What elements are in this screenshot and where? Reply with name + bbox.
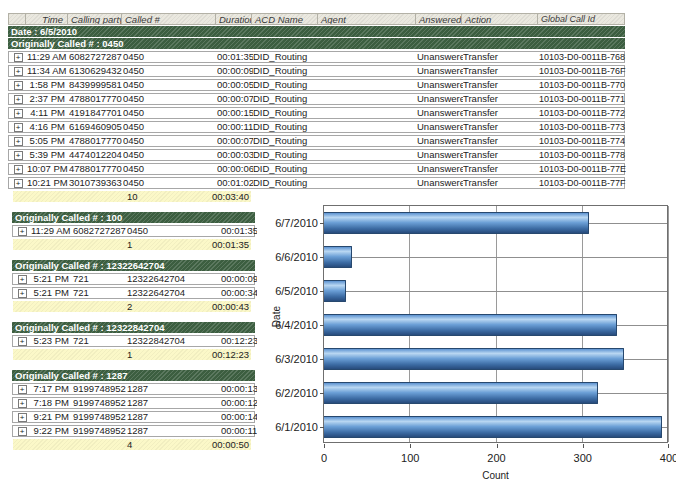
chart-gridline bbox=[324, 291, 667, 292]
cell-acd-name: DID_Routing bbox=[253, 80, 319, 90]
cell-time: 5:05 PM bbox=[27, 136, 69, 146]
y-axis-tick bbox=[320, 223, 324, 224]
cell-time: 11:29 AM bbox=[31, 226, 73, 236]
cell-duration: 00:00:34 bbox=[221, 288, 257, 298]
expand-icon[interactable]: + bbox=[14, 67, 23, 76]
expand-icon[interactable]: + bbox=[18, 385, 27, 394]
expand-icon[interactable]: + bbox=[14, 109, 23, 118]
cell-duration: 00:00:11 bbox=[217, 122, 253, 132]
cell-duration: 00:00:07 bbox=[217, 136, 253, 146]
expand-cell: + bbox=[9, 164, 27, 174]
table-row: +5:23 PM7211232284270400:12:23 bbox=[12, 335, 255, 347]
summary-spacer bbox=[13, 301, 127, 312]
cell-time: 11:29 AM bbox=[27, 52, 69, 62]
bar-6-5-2010 bbox=[324, 280, 346, 302]
x-axis-tick-label: 0 bbox=[304, 452, 344, 464]
table-row: +2:37 PM4788017770045000:00:07DID_Routin… bbox=[8, 93, 625, 105]
y-axis-tick-label: 6/6/2010 bbox=[258, 251, 318, 263]
expand-cell: + bbox=[9, 66, 27, 76]
cell-time: 5:21 PM bbox=[31, 274, 73, 284]
cell-calling-party: 6169460905 bbox=[69, 122, 123, 132]
cell-calling-party: 3010739363 bbox=[69, 178, 123, 188]
group-call-count: 1 bbox=[127, 239, 132, 250]
x-axis-tick-label: 300 bbox=[563, 452, 603, 464]
cell-time: 5:21 PM bbox=[31, 288, 73, 298]
cell-duration: 00:00:03 bbox=[217, 150, 253, 160]
expand-icon[interactable]: + bbox=[14, 165, 23, 174]
cell-global-call-id: 10103-D0-0011B-774 bbox=[539, 136, 626, 146]
cell-answered: Unanswered bbox=[417, 108, 463, 118]
cell-duration: 00:00:15 bbox=[217, 108, 253, 118]
expand-icon[interactable]: + bbox=[14, 137, 23, 146]
chart-category-band: 6/3/2010 bbox=[324, 342, 667, 376]
cell-called: 12322842704 bbox=[127, 336, 221, 346]
expand-icon[interactable]: + bbox=[18, 399, 27, 408]
cell-called: 12322642704 bbox=[127, 288, 221, 298]
expand-icon[interactable]: + bbox=[14, 53, 23, 62]
cell-called: 0450 bbox=[127, 226, 221, 236]
expand-icon[interactable]: + bbox=[14, 81, 23, 90]
cell-global-call-id: 10103-D0-0011B-77F bbox=[539, 178, 626, 188]
cell-acd-name: DID_Routing bbox=[253, 108, 319, 118]
cell-calling-party: 9199748952 bbox=[73, 426, 127, 436]
expand-cell: + bbox=[13, 274, 31, 284]
expand-cell: + bbox=[9, 80, 27, 90]
chart-category-band: 6/4/2010 bbox=[324, 308, 667, 342]
table-row: +11:29 AM6082727287045000:01:35 bbox=[12, 225, 255, 237]
expand-icon[interactable]: + bbox=[14, 95, 23, 104]
cell-global-call-id: 10103-D0-0011B-771 bbox=[539, 94, 626, 104]
cell-acd-name: DID_Routing bbox=[253, 178, 319, 188]
group-header-band: Originally Called # : 12322642704 bbox=[12, 260, 255, 271]
cell-answered: Unanswered bbox=[417, 136, 463, 146]
cell-time: 5:39 PM bbox=[27, 150, 69, 160]
group-total-duration: 00:01:35 bbox=[212, 239, 251, 250]
cell-answered: Unanswered bbox=[417, 80, 463, 90]
expand-cell: + bbox=[9, 136, 27, 146]
group-summary-row: 100:01:35 bbox=[13, 239, 251, 250]
cell-acd-name: DID_Routing bbox=[253, 94, 319, 104]
cell-answered: Unanswered bbox=[417, 150, 463, 160]
cell-global-call-id: 10103-D0-0011B-768 bbox=[539, 52, 626, 62]
table-row: +7:18 PM9199748952128700:00:12 bbox=[12, 397, 255, 409]
expand-cell: + bbox=[13, 336, 31, 346]
expand-icon[interactable]: + bbox=[18, 427, 27, 436]
cell-action: Transfer bbox=[463, 94, 539, 104]
cell-duration: 00:00:07 bbox=[217, 94, 253, 104]
expand-icon[interactable]: + bbox=[18, 227, 27, 236]
cell-duration: 00:00:11 bbox=[221, 426, 257, 436]
cell-calling-party: 9199748952 bbox=[73, 412, 127, 422]
expand-icon[interactable]: + bbox=[14, 179, 23, 188]
cell-time: 10:07 PM bbox=[27, 164, 69, 174]
table-row: +5:39 PM4474012204045000:00:03DID_Routin… bbox=[8, 149, 625, 161]
expand-icon[interactable]: + bbox=[18, 337, 27, 346]
cell-global-call-id: 10103-D0-0011B-778 bbox=[539, 150, 626, 160]
expand-icon[interactable]: + bbox=[14, 151, 23, 160]
x-axis-tick bbox=[410, 444, 411, 448]
cell-global-call-id: 10103-D0-0011B-770 bbox=[539, 80, 626, 90]
cell-action: Transfer bbox=[463, 52, 539, 62]
cell-action: Transfer bbox=[463, 108, 539, 118]
expand-icon[interactable]: + bbox=[18, 413, 27, 422]
cell-calling-party: 9199748952 bbox=[73, 384, 127, 394]
column-header-agent: Agent bbox=[318, 13, 416, 25]
expand-icon[interactable]: + bbox=[18, 275, 27, 284]
table-row: +11:34 AM6130629432045000:00:09DID_Routi… bbox=[8, 65, 625, 77]
y-axis-tick-label: 6/2/2010 bbox=[258, 387, 318, 399]
cell-global-call-id: 10103-D0-0011B-773 bbox=[539, 122, 626, 132]
cell-acd-name: DID_Routing bbox=[253, 136, 319, 146]
y-axis-tick-label: 6/1/2010 bbox=[258, 421, 318, 433]
cell-called: 0450 bbox=[123, 136, 217, 146]
table-row: +10:21 PM3010739363045000:01:02DID_Routi… bbox=[8, 177, 625, 189]
expand-icon[interactable]: + bbox=[14, 123, 23, 132]
group-header-band: Originally Called # : 12322842704 bbox=[12, 322, 255, 333]
cell-calling-party: 721 bbox=[73, 274, 127, 284]
chart-category-band: 6/2/2010 bbox=[324, 376, 667, 410]
cell-acd-name: DID_Routing bbox=[253, 52, 319, 62]
summary-spacer bbox=[13, 239, 127, 250]
cell-duration: 00:00:12 bbox=[221, 398, 257, 408]
expand-icon[interactable]: + bbox=[18, 289, 27, 298]
cell-time: 9:22 PM bbox=[31, 426, 73, 436]
group-call-count: 1 bbox=[127, 349, 132, 360]
summary-spacer bbox=[13, 349, 127, 360]
x-axis-tick-label: 400 bbox=[649, 452, 676, 464]
